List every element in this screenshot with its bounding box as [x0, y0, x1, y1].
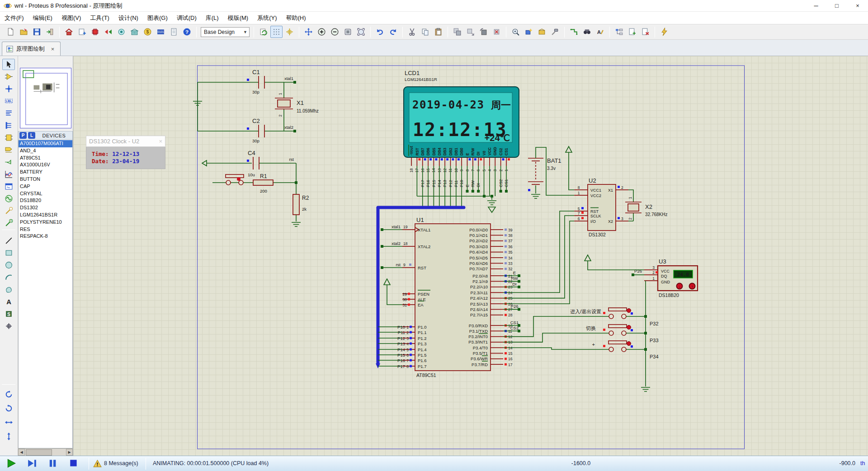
block-copy-icon[interactable] [451, 26, 463, 38]
crystal-circuit[interactable]: C130pC230pxtal1xtal212X111.059Mhz [193, 69, 319, 143]
device-item-CAP[interactable]: CAP [19, 183, 72, 190]
search-tag-icon[interactable] [581, 26, 593, 38]
mirror-y-icon[interactable] [2, 431, 15, 442]
reset-button-actuator[interactable] [237, 177, 241, 181]
view-snapshot-icon[interactable] [115, 26, 127, 38]
button-terminal[interactable] [622, 314, 626, 319]
device-item-DS18B20[interactable]: DS18B20 [19, 197, 72, 204]
new-sheet-icon[interactable] [76, 26, 88, 38]
tab-close-icon[interactable]: × [49, 46, 57, 52]
cost-explorer-icon[interactable]: $ [142, 26, 154, 38]
scroll-right-icon[interactable]: ▶ [66, 449, 73, 456]
device-item-BATTERY[interactable]: BATTERY [19, 169, 72, 176]
lcd-display[interactable]: LCD1LGM12641BS1R2019-04-23周一12:12:13+24℃… [404, 70, 519, 212]
menu-item-6[interactable]: 调试(D) [172, 12, 201, 24]
junction-mode-icon[interactable] [2, 83, 15, 94]
new-design-icon[interactable] [5, 26, 17, 38]
copy-icon[interactable] [419, 26, 431, 38]
maximize-button[interactable]: □ [826, 0, 847, 11]
help-icon[interactable]: ? [181, 26, 193, 38]
voltage-probe-mode-icon[interactable] [2, 205, 15, 217]
zoom-out-icon[interactable] [329, 26, 341, 38]
button-terminal[interactable] [609, 314, 613, 319]
x2-crystal[interactable] [628, 204, 639, 211]
u1-mcu[interactable]: U1AT89C51XTAL1xtal119XTAL2xtal218RSTrst9… [378, 211, 609, 378]
pick-device-icon[interactable] [509, 26, 522, 38]
button-terminal[interactable] [622, 331, 626, 335]
bus-mode-icon[interactable] [2, 120, 15, 131]
bat1-battery[interactable]: BAT13.3v [528, 146, 574, 198]
paste-icon[interactable] [432, 26, 444, 38]
block-move-icon[interactable] [464, 26, 476, 38]
menu-item-7[interactable]: 库(L) [201, 12, 223, 24]
pick-devices-button[interactable]: P [19, 132, 27, 139]
packaging-tool-icon[interactable] [536, 26, 548, 38]
stop-simulation-button[interactable] [68, 458, 80, 469]
menu-item-0[interactable]: 文件(F) [0, 12, 28, 24]
pause-simulation-button[interactable] [47, 458, 59, 469]
make-device-icon[interactable] [523, 26, 535, 38]
cut-icon[interactable] [406, 26, 418, 38]
device-item-A700D107M006ATI[interactable]: A700D107M006ATI [19, 140, 72, 147]
tooltip-close-icon[interactable]: × [159, 138, 162, 145]
path-tool-icon[interactable] [2, 284, 15, 295]
device-item-BUTTON[interactable]: BUTTON [19, 176, 72, 183]
device-list-scrollbar[interactable]: ◀ ▶ [18, 448, 73, 456]
open-design-icon[interactable] [18, 26, 30, 38]
run-simulation-button[interactable] [5, 458, 17, 469]
box-tool-icon[interactable] [2, 247, 15, 259]
x1-crystal[interactable] [278, 100, 290, 107]
simulation-log-icon[interactable]: 0101 [155, 26, 167, 38]
property-assignment-icon[interactable]: A [594, 26, 606, 38]
design-notes-icon[interactable] [168, 26, 180, 38]
zoom-extents-icon[interactable] [355, 26, 367, 38]
tab-schematic[interactable]: 原理图绘制 × [2, 42, 61, 56]
scrollbar-thumb[interactable] [26, 449, 52, 456]
menu-item-4[interactable]: 设计(N) [114, 12, 143, 24]
generator-mode-icon[interactable] [2, 193, 15, 204]
rotate-cw-icon[interactable] [2, 389, 15, 400]
menu-item-10[interactable]: 帮助(H) [282, 12, 311, 24]
reset-circuit[interactable]: C410urstR1200R22k [202, 150, 309, 226]
scroll-left-icon[interactable]: ◀ [18, 449, 25, 456]
current-probe-mode-icon[interactable]: A [2, 217, 15, 229]
schematic-canvas[interactable]: C130pC230pxtal1xtal212X111.059MhzC410urs… [73, 56, 868, 456]
menu-item-1[interactable]: 编辑(E) [28, 12, 57, 24]
edit-design-icon[interactable] [89, 26, 101, 38]
mirror-x-icon[interactable] [2, 417, 15, 428]
reset-button-terminal[interactable] [226, 180, 231, 185]
device-item-RES[interactable]: RES [19, 226, 72, 233]
import-section-icon[interactable] [44, 26, 56, 38]
menu-item-2[interactable]: 视图(V) [57, 12, 85, 24]
wire-autoroute-icon[interactable] [568, 26, 580, 38]
label-mode-icon[interactable]: LBL [2, 95, 15, 107]
menu-item-9[interactable]: 系统(Y) [253, 12, 281, 24]
button-terminal[interactable] [609, 347, 613, 352]
device-item-DS1302[interactable]: DS1302 [19, 204, 72, 212]
redo-icon[interactable] [387, 26, 399, 38]
overview-panel[interactable] [20, 68, 71, 128]
device-item-AX1000U16V[interactable]: AX1000U16V [19, 161, 72, 169]
symbol-tool-icon[interactable]: S [2, 308, 15, 320]
bill-of-materials-icon[interactable] [128, 26, 141, 38]
button-actuator[interactable] [627, 342, 631, 346]
u3-temp-sensor[interactable]: U3DS18B203VCC2DQ1GND24.0↓↑P26 [585, 255, 698, 391]
design-selector-dropdown[interactable]: Base Design▼ [201, 27, 250, 37]
subcircuit-mode-icon[interactable] [2, 132, 15, 143]
minimize-button[interactable]: ─ [806, 0, 826, 11]
device-item-CRYSTAL[interactable]: CRYSTAL [19, 190, 72, 198]
device-item-LGM12641BS1R[interactable]: LGM12641BS1R [19, 212, 72, 219]
undo-icon[interactable] [374, 26, 386, 38]
block-delete-icon[interactable] [491, 26, 503, 38]
save-design-icon[interactable] [31, 26, 43, 38]
decompose-tool-icon[interactable] [549, 26, 561, 38]
script-mode-icon[interactable] [2, 108, 15, 119]
menu-item-3[interactable]: 工具(T) [85, 12, 114, 24]
close-button[interactable]: × [847, 0, 868, 11]
library-manager-button[interactable]: L [28, 132, 35, 139]
zoom-in-icon[interactable] [316, 26, 328, 38]
device-item-AND_4[interactable]: AND_4 [19, 147, 72, 155]
component-mode-icon[interactable] [2, 71, 15, 82]
new-root-sheet-icon[interactable] [626, 26, 638, 38]
block-rotate-icon[interactable] [477, 26, 490, 38]
